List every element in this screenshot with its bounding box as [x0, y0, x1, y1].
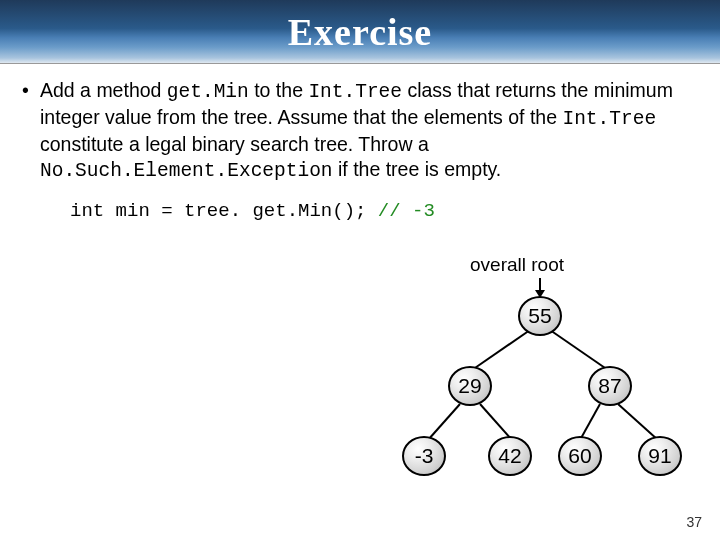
- tree-node-55: 55: [518, 296, 562, 336]
- svg-line-4: [580, 404, 600, 440]
- tree-node-87: 87: [588, 366, 632, 406]
- tree-edges: [0, 0, 720, 540]
- tree-node-91: 91: [638, 436, 682, 476]
- svg-line-2: [428, 404, 460, 440]
- svg-line-3: [480, 404, 512, 440]
- svg-line-1: [550, 330, 608, 370]
- tree-node-m3: -3: [402, 436, 446, 476]
- tree-node-29: 29: [448, 366, 492, 406]
- tree-node-60: 60: [558, 436, 602, 476]
- svg-line-0: [472, 330, 530, 370]
- tree-node-42: 42: [488, 436, 532, 476]
- svg-line-5: [618, 404, 658, 440]
